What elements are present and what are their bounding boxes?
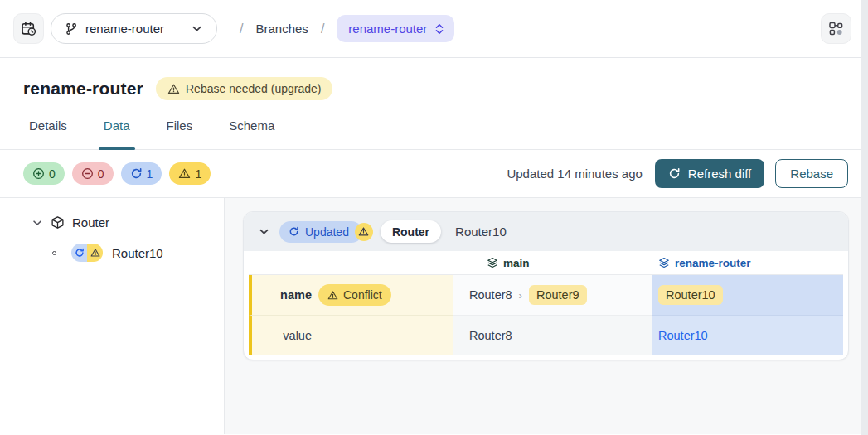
old-value: Router8 xyxy=(469,288,512,302)
rebase-label: Rebase xyxy=(790,167,833,181)
tree-item-router[interactable]: Router xyxy=(0,215,224,230)
chevron-down-icon xyxy=(191,22,203,35)
breadcrumb: / Branches / rename-router xyxy=(240,15,454,42)
column-header-compare-label: rename-router xyxy=(675,257,751,269)
entity-name: Router10 xyxy=(455,225,507,239)
updated-status-label: Updated xyxy=(305,225,349,239)
diff-card: Updated Router Router10 main xyxy=(243,211,849,360)
conflicts-counter: 1 xyxy=(169,162,211,185)
diff-table-header: main rename-router xyxy=(249,251,843,275)
compare-value-highlight: Router10 xyxy=(658,285,723,305)
field-cell-value: value xyxy=(249,315,453,355)
tab-schema[interactable]: Schema xyxy=(227,118,276,149)
removed-counter: 0 xyxy=(72,162,114,185)
new-value-highlight: Router9 xyxy=(529,285,587,305)
modified-count: 1 xyxy=(147,167,153,181)
tree-root-label: Router xyxy=(72,215,109,230)
conflict-badge-label: Conflict xyxy=(343,288,382,302)
workflow-nodes-icon xyxy=(828,21,844,36)
updated-status-pill: Updated xyxy=(279,221,362,243)
base-value: Router8 xyxy=(469,329,512,342)
branch-selector-caret[interactable] xyxy=(177,14,216,43)
conflicts-count: 1 xyxy=(195,167,201,181)
tab-bar: Details Data Files Schema xyxy=(0,118,868,150)
removed-count: 0 xyxy=(98,167,104,181)
main-value-cell: Router8 xyxy=(453,315,652,355)
branch-selector-label: rename-router xyxy=(85,22,164,36)
refresh-diff-label: Refresh diff xyxy=(688,167,751,181)
field-label: value xyxy=(259,329,312,342)
diff-table: main rename-router name xyxy=(249,251,843,355)
refresh-icon xyxy=(289,226,299,237)
added-counter: 0 xyxy=(23,162,65,185)
tree-child-label: Router10 xyxy=(112,246,163,260)
modified-counter: 1 xyxy=(121,162,162,185)
rebase-needed-label: Rebase needed (upgrade) xyxy=(186,82,321,95)
compare-value-cell: Router10 xyxy=(652,315,843,355)
breadcrumb-branches-link[interactable]: Branches xyxy=(256,22,308,36)
breadcrumb-branch-label: rename-router xyxy=(348,22,427,36)
column-header-main-label: main xyxy=(503,257,530,269)
chevron-up-down-icon xyxy=(434,23,444,35)
diff-pane: Updated Router Router10 main xyxy=(225,198,868,434)
warning-triangle-icon xyxy=(327,290,338,301)
status-capsule xyxy=(71,244,103,262)
tab-details[interactable]: Details xyxy=(27,118,69,149)
layers-icon xyxy=(487,257,498,268)
added-count: 0 xyxy=(49,167,56,181)
tab-data[interactable]: Data xyxy=(102,118,132,149)
breadcrumb-branch-switcher[interactable]: rename-router xyxy=(337,15,454,42)
entity-type-pill: Router xyxy=(381,220,441,243)
top-bar: rename-router / Branches / rename-router xyxy=(0,0,868,58)
tab-files[interactable]: Files xyxy=(165,118,195,149)
warning-triangle-icon xyxy=(167,83,180,95)
rebase-needed-badge: Rebase needed (upgrade) xyxy=(156,77,332,100)
scrollbar-track[interactable] xyxy=(861,0,868,435)
page-title: rename-router xyxy=(23,79,143,99)
conflict-indicator xyxy=(355,223,373,241)
plus-circle-icon xyxy=(32,167,45,180)
conflict-status-icon xyxy=(87,244,103,262)
cube-icon xyxy=(51,215,65,230)
chevron-down-icon[interactable] xyxy=(258,225,270,238)
compare-value: Router10 xyxy=(658,329,708,342)
field-label: name xyxy=(259,288,312,302)
workflow-view-button[interactable] xyxy=(821,13,851,44)
compare-value-cell: Router10 xyxy=(652,275,843,315)
diff-card-header[interactable]: Updated Router Router10 xyxy=(244,212,848,251)
diff-row-value: value Router8 Router10 xyxy=(249,315,843,355)
column-header-rename-router: rename-router xyxy=(652,257,843,269)
refresh-icon xyxy=(130,167,143,180)
main-value-cell: Router8 › Router9 xyxy=(453,275,652,315)
title-area: rename-router Rebase needed (upgrade) xyxy=(0,58,868,100)
tree-item-router10[interactable]: Router10 xyxy=(52,244,224,262)
change-arrow: › xyxy=(519,289,522,302)
diff-row-name: name Conflict Router8 › Router9 xyxy=(249,275,843,315)
diff-counters: 0 0 1 1 xyxy=(23,162,211,185)
entity-tree-sidebar: Router Router10 xyxy=(0,198,225,434)
branch-selector-value: rename-router xyxy=(51,14,177,43)
rebase-button[interactable]: Rebase xyxy=(775,159,848,188)
warning-triangle-icon xyxy=(178,167,191,180)
calendar-clock-icon xyxy=(21,21,36,36)
history-button[interactable] xyxy=(13,13,44,44)
modified-status-icon xyxy=(71,244,87,262)
breadcrumb-separator: / xyxy=(240,22,243,36)
column-header-main: main xyxy=(453,257,652,269)
diff-toolbar: 0 0 1 1 Updated 14 minutes ago Refresh d… xyxy=(0,150,868,198)
minus-circle-icon xyxy=(81,167,94,180)
refresh-icon xyxy=(668,167,681,180)
bullet-icon xyxy=(52,251,56,255)
git-branch-icon xyxy=(65,22,78,36)
layers-icon xyxy=(658,257,670,268)
chevron-down-icon[interactable] xyxy=(32,217,43,229)
last-updated-text: Updated 14 minutes ago xyxy=(507,167,642,181)
conflict-badge: Conflict xyxy=(318,284,391,306)
breadcrumb-separator: / xyxy=(321,22,324,36)
field-cell-name: name Conflict xyxy=(249,275,453,315)
branch-selector[interactable]: rename-router xyxy=(51,13,217,44)
refresh-diff-button[interactable]: Refresh diff xyxy=(655,159,764,188)
